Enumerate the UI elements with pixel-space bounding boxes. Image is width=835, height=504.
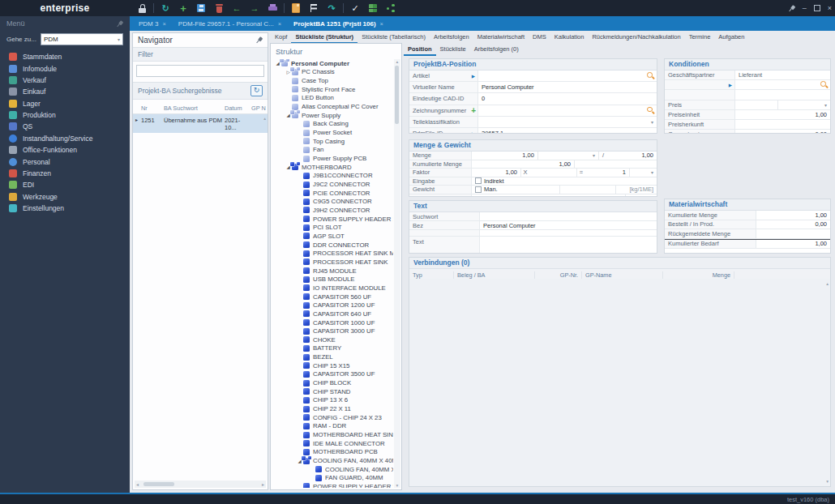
tree-item[interactable]: PROCESSOR HEAT SINK [272,258,393,267]
close-tab-icon[interactable]: × [278,20,281,28]
tree-item[interactable]: PROCESSOR HEAT SINK MOUNTING [272,249,393,258]
sub-tab[interactable]: Stückliste [436,45,470,56]
faktor-b-field[interactable] [529,169,577,177]
tree-item[interactable]: CAPASITOR 3500 UF [272,370,393,379]
preisherkunft-field[interactable] [735,120,830,129]
document-tab[interactable]: PDM-File 29657.1 - Personal C... × [173,16,289,31]
sub-tab[interactable]: Arbeitsfolgen (0) [470,45,523,56]
goto-input[interactable]: PDM ▾ [41,33,123,45]
matwi-value[interactable] [756,229,830,238]
tree-item[interactable]: ▷ PC Chassis [272,68,393,77]
chevron-down-icon[interactable]: ▾ [651,169,653,175]
sidebar-item[interactable]: Finanzen [0,168,130,179]
tree-item[interactable]: Case Top [272,76,393,85]
virtueller-name-field[interactable]: Personal Computer [478,82,657,92]
main-tab[interactable]: Arbeitsfolgen [430,33,473,44]
tree-item[interactable]: CHIP STAND [272,387,393,396]
close-icon[interactable]: × [828,4,832,12]
tree-item[interactable]: LED Button [272,94,393,103]
tree-item[interactable]: PCI SLOT [272,223,393,232]
tree-item[interactable]: USB MODULE [272,275,393,284]
vertical-scrollbar[interactable]: ▴ ▾ [394,59,400,488]
sidebar-item[interactable]: QS [0,121,130,132]
refresh-results-icon[interactable]: ↻ [250,85,263,96]
sidebar-item[interactable]: Office-Funktionen [0,144,130,156]
sidebar-item[interactable]: Verkauf [0,75,130,86]
tree-item[interactable]: CHOKE [272,335,393,344]
preis-field[interactable] [735,100,778,109]
sidebar-item[interactable]: Personal [0,156,130,167]
tree-item[interactable]: RAM - DDR [272,422,393,431]
pin-menu-icon[interactable] [114,19,125,29]
tree-item[interactable]: Fan [272,146,393,155]
scroll-up-icon[interactable]: ▴ [826,281,829,286]
bez-field[interactable]: Personal Computer [480,221,657,229]
cad-id-field[interactable]: 0 [478,93,657,104]
sidebar-item[interactable]: Instandhaltung/Service [0,133,130,144]
sidebar-item[interactable]: Lager [0,98,130,109]
search-icon[interactable] [647,72,654,79]
indirekt-checkbox[interactable] [475,177,482,184]
tree-item[interactable]: PCIE CONNECTOR [272,189,393,198]
tree-item[interactable]: Top Casing [272,137,393,146]
sub-tab[interactable]: Position [404,45,436,56]
chevron-down-icon[interactable]: ▾ [118,36,120,42]
scroll-down-icon[interactable]: ▾ [826,479,829,484]
redo-icon[interactable]: ↷ [323,2,340,15]
tree-item[interactable]: CHIP 22 X 11 [272,404,393,413]
chevron-down-icon[interactable]: ▾ [593,152,595,158]
scroll-down-icon[interactable]: ▾ [394,483,400,488]
scroll-right-icon[interactable]: ▸ [262,481,264,487]
tree-item[interactable]: CAPASITOR 1000 UF [272,318,393,327]
sidebar-item[interactable]: Stammdaten [0,51,130,62]
tree-item[interactable]: CAPASITOR 640 UF [272,310,393,318]
faktor-unit-select[interactable]: ▾ [630,169,657,177]
close-tab-icon[interactable]: × [380,20,383,28]
tree-item[interactable]: IO INTERFACE MODULE [272,284,393,293]
tree-item[interactable]: CAPASITOR 1200 UF [272,301,393,310]
tree-item[interactable]: CONFIG - CHIP 24 X 23 [272,413,393,422]
geschaeftspartner-field[interactable] [735,80,830,89]
geschaeftspartner-type[interactable]: Lieferant [735,70,830,79]
tree-item[interactable]: J9C2 CONNECTOR [272,180,393,189]
copy-icon[interactable] [287,2,305,15]
confirm-icon[interactable]: ✓ [346,2,364,15]
modules-icon[interactable] [364,2,382,15]
main-tab[interactable]: Aufgaben [714,33,748,44]
tree-item[interactable]: CAPASITOR 560 UF [272,293,393,301]
tree-item[interactable]: J9B1CCONNECTOR [272,172,393,181]
main-tab[interactable]: Rückmeldungen/Nachkalkulation [588,33,684,44]
tree-item[interactable]: J9H2 CONNECTOR [272,206,393,215]
matwi-value[interactable]: 1,00 [756,240,830,249]
tree-item[interactable]: BEZEL [272,352,393,361]
matwi-value[interactable]: 0,00 [756,220,830,229]
pin-window-icon[interactable] [786,3,797,14]
tree-item[interactable]: BATTERY [272,344,393,353]
sidebar-item[interactable]: Produktion [0,109,130,121]
gewicht-field[interactable] [560,186,616,194]
tree-item[interactable]: CAPASITOR 3000 UF [272,327,393,335]
add-number-icon[interactable]: + [471,106,476,115]
tree-item[interactable]: Power Socket [272,128,393,137]
tree-item[interactable]: Stylistic Front Face [272,85,393,94]
sidebar-item[interactable]: Infomodule [0,62,130,74]
menge-unit-select[interactable]: ▾ [538,152,599,160]
sidebar-item[interactable]: EDI [0,179,130,190]
tree-item[interactable]: Back Casing [272,120,393,129]
main-tab[interactable]: DMS [529,33,550,44]
scroll-left-icon[interactable]: ◂ [136,481,139,487]
link-arrow-icon[interactable]: ▶ [472,131,475,134]
preiseinheit-field[interactable]: 1,00 [735,110,830,119]
tree-item[interactable]: POWER SUPPLY HEADER 1 [272,215,393,224]
sidebar-item[interactable]: Werkzeuge [0,191,130,203]
faktor-field[interactable]: 1,00 [472,169,521,177]
artikel-field[interactable] [478,70,657,81]
scroll-up-icon[interactable]: ▴ [394,59,400,64]
tree-item[interactable]: COOLING FAN, 40MM X 40MM X 10 [272,465,393,474]
menge-per-field[interactable]: 1,00 [607,152,657,160]
save-icon[interactable] [192,2,210,15]
text-field[interactable] [480,237,657,254]
tree-item[interactable]: CHIP 13 X 6 [272,396,393,405]
document-tab[interactable]: ProjektBA 1251 (Prjstl 106) × [289,16,391,31]
preis-unit-select[interactable]: ▾ [778,100,830,109]
